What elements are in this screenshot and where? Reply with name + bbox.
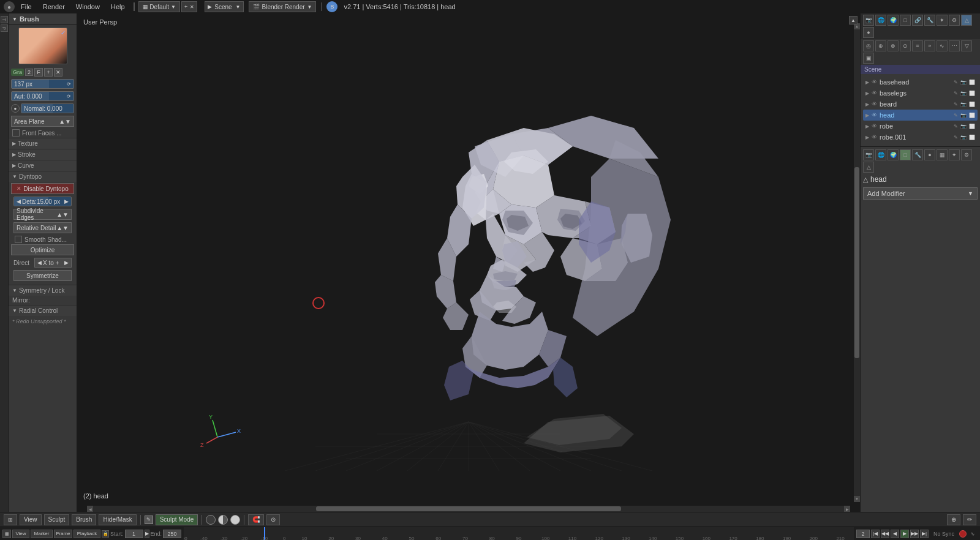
viewport-scrollbar-v[interactable]: ▲ ▼ <box>854 23 860 502</box>
shading-half-btn[interactable] <box>218 515 228 525</box>
brush-tag[interactable]: Gra <box>11 69 24 76</box>
sculpt-mode-btn[interactable]: Sculpt Mode <box>156 514 198 525</box>
sculpt-menu-btn[interactable]: Sculpt <box>44 514 70 525</box>
proportional-btn[interactable]: ⊙ <box>266 514 280 525</box>
relative-dropdown[interactable]: Relative Detail ▲▼ <box>13 222 72 233</box>
detail-bar[interactable]: ◀ Deta:15.00 px ▶ <box>13 197 72 206</box>
prop-tex-icon[interactable]: ▦ <box>937 149 948 160</box>
rp-nav-4[interactable]: ⊙ <box>900 40 911 51</box>
marker-btn[interactable]: Marker <box>31 530 53 538</box>
rp-icon-data[interactable]: △ <box>961 15 972 26</box>
dyntopo-section-header[interactable]: ▼ Dyntopo <box>9 171 77 182</box>
anim-curve-btn[interactable]: ∿ <box>968 531 978 537</box>
disable-dyntopo-btn[interactable]: ✕ Disable Dyntopo <box>11 183 74 194</box>
prop-object-icon[interactable]: □ <box>900 149 911 160</box>
prop-mat-icon[interactable]: ● <box>924 149 935 160</box>
end-frame-field[interactable]: 250 <box>163 530 181 538</box>
view-mode-icon[interactable]: ⊞ <box>4 514 17 525</box>
rp-icon-constraints[interactable]: 🔗 <box>912 15 923 26</box>
rp-nav-9[interactable]: ▽ <box>961 40 972 51</box>
gpencil-btn[interactable]: ✏ <box>963 514 976 525</box>
radial-control-section[interactable]: ▼ Radial Control <box>9 305 77 316</box>
playback-btn[interactable]: Playback <box>74 530 100 538</box>
add-modifier-btn[interactable]: Add Modifier ▼ <box>863 187 978 200</box>
front-faces-checkbox[interactable] <box>12 129 20 137</box>
timeline-track[interactable]: -50 -40 -30 -20 -10 0 10 20 30 40 50 60 … <box>184 527 854 541</box>
toolbar-tool-2[interactable]: P <box>1 24 8 32</box>
prop-mod-icon[interactable]: 🔧 <box>912 149 923 160</box>
render-engine-selector[interactable]: 🎬 Blender Render ▼ <box>249 1 317 12</box>
scene-item-baselegs[interactable]: ▶ 👁 baselegs ✎ 📷 ⬜ <box>863 88 978 99</box>
strength-bar[interactable]: Aut: 0.000 ⟳ <box>11 91 74 101</box>
editor-type-button[interactable]: ▦ Default ▼ <box>138 1 180 12</box>
symmetry-lock-section[interactable]: ▼ Symmetry / Lock <box>9 285 77 296</box>
scene-item-robe[interactable]: ▶ 👁 robe ✎ 📷 ⬜ <box>863 121 978 132</box>
play-jump-start-btn[interactable]: |◀ <box>871 530 880 538</box>
scroll-down-arrow[interactable]: ▼ <box>854 496 860 502</box>
brush-plus-btn[interactable]: + <box>44 68 53 77</box>
symmetrize-btn[interactable]: Symmetrize <box>13 270 72 281</box>
rp-nav-8[interactable]: ⋯ <box>949 40 960 51</box>
rp-icon-scene[interactable]: 🌐 <box>875 15 886 26</box>
view-btn[interactable]: View <box>12 530 29 538</box>
shading-white-btn[interactable] <box>230 515 240 525</box>
play-step-fwd-btn[interactable]: ▶▶ <box>910 530 919 538</box>
scene-item-head[interactable]: ▶ 👁 head ✎ 📷 ⬜ <box>863 110 978 121</box>
rp-icon-material[interactable]: ● <box>863 27 874 38</box>
brush-x-btn[interactable]: ✕ <box>54 68 62 77</box>
prop-world-icon[interactable]: 🌍 <box>888 149 899 160</box>
prop-data-icon[interactable]: △ <box>863 162 874 173</box>
scene-item-robe001[interactable]: ▶ 👁 robe.001 ✎ 📷 ⬜ <box>863 132 978 143</box>
smooth-shad-checkbox[interactable] <box>15 236 22 243</box>
prop-render-icon[interactable]: 📷 <box>863 149 874 160</box>
brush-menu-btn[interactable]: Brush <box>72 514 96 525</box>
viewport-nav-up[interactable]: ▲ <box>849 16 858 24</box>
tl-editor-icon[interactable]: ▦ <box>2 530 11 538</box>
scroll-right-arrow[interactable]: ▶ <box>844 506 850 512</box>
anim-record-btn[interactable] <box>959 530 967 538</box>
curve-section[interactable]: ▶ Curve <box>9 160 77 171</box>
falloff-dropdown[interactable]: Area Plane ▲▼ <box>11 116 74 127</box>
rp-nav-10[interactable]: ▣ <box>863 53 874 64</box>
shading-solid-btn[interactable] <box>206 515 216 525</box>
rp-icon-object[interactable]: □ <box>900 15 911 26</box>
rp-icon-world[interactable]: 🌍 <box>888 15 899 26</box>
rp-nav-2[interactable]: ⊕ <box>875 40 886 51</box>
rp-icon-modifier[interactable]: 🔧 <box>924 15 935 26</box>
toolbar-tool-1[interactable]: T <box>1 16 8 23</box>
hidemask-menu-btn[interactable]: Hide/Mask <box>99 514 136 525</box>
scroll-left-arrow[interactable]: ◀ <box>87 506 93 512</box>
rp-nav-7[interactable]: ∿ <box>937 40 948 51</box>
rp-nav-1[interactable]: ◎ <box>863 40 874 51</box>
optimize-btn[interactable]: Optimize <box>11 244 74 255</box>
prop-physics-icon[interactable]: ⚙ <box>961 149 972 160</box>
rp-nav-6[interactable]: ≈ <box>924 40 935 51</box>
normal-bar[interactable]: Normal: 0.000 <box>21 103 74 113</box>
rp-icon-render[interactable]: 📷 <box>863 15 874 26</box>
file-menu[interactable]: File <box>16 2 37 12</box>
render-menu[interactable]: Render <box>38 2 70 12</box>
play-jump-end-btn[interactable]: ▶| <box>920 530 929 538</box>
rp-nav-5[interactable]: ≡ <box>912 40 923 51</box>
viewport-scrollbar-h[interactable]: ◀ ▶ <box>87 506 850 512</box>
start-stepper[interactable]: ▶ <box>145 530 149 538</box>
radius-bar[interactable]: 137 px ⟳ <box>11 79 74 89</box>
brush-f-btn[interactable]: F <box>34 68 43 77</box>
record-btn[interactable]: ⊕ <box>947 514 960 525</box>
pencil-mode-icon[interactable]: ✎ <box>145 516 153 524</box>
start-frame-field[interactable]: 1 <box>125 530 143 538</box>
rp-icon-physics[interactable]: ⚙ <box>949 15 960 26</box>
current-frame-field[interactable]: 2 <box>856 530 870 538</box>
stroke-section[interactable]: ▶ Stroke <box>9 149 77 160</box>
play-back-btn[interactable]: ◀ <box>891 530 899 538</box>
prop-particle-icon[interactable]: ✦ <box>949 149 960 160</box>
texture-section[interactable]: ▶ Texture <box>9 138 77 149</box>
play-step-back-btn[interactable]: ◀◀ <box>881 530 889 538</box>
rp-icon-particles[interactable]: ✦ <box>937 15 948 26</box>
subdivide-dropdown[interactable]: Subdivide Edges ▲▼ <box>13 209 72 220</box>
frame-btn[interactable]: Frame <box>54 530 72 538</box>
scene-item-basehead[interactable]: ▶ 👁 basehead ✎ 📷 ⬜ <box>863 77 978 88</box>
scene-selector[interactable]: ▶ Scene ▼ <box>205 1 243 12</box>
brush-panel-header[interactable]: ▼ Brush <box>9 13 77 25</box>
view-menu-btn[interactable]: View <box>20 514 42 525</box>
